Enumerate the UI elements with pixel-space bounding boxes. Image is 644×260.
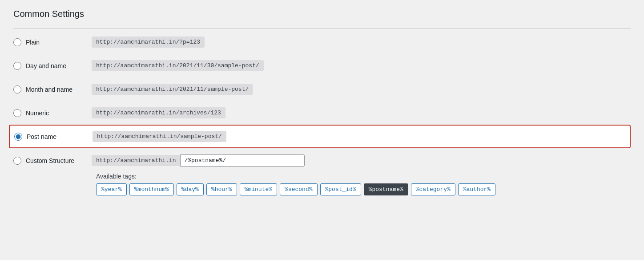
tag-btn-author[interactable]: %author% xyxy=(458,183,495,195)
tag-btn-postname[interactable]: %postname% xyxy=(364,183,408,195)
day-name-url-preview: http://aamchimarathi.in/2021/11/30/sampl… xyxy=(92,60,264,71)
custom-url-group: http://aamchimarathi.in xyxy=(92,154,305,167)
plain-url-preview: http://aamchimarathi.in/?p=123 xyxy=(92,37,205,48)
available-tags-section: Available tags: %year%%monthnum%%day%%ho… xyxy=(96,173,631,195)
numeric-url-preview: http://aamchimarathi.in/archives/123 xyxy=(92,107,225,118)
tag-btn-hour[interactable]: %hour% xyxy=(206,183,237,195)
custom-structure-label-text: Custom Structure xyxy=(26,157,74,164)
tag-btn-category[interactable]: %category% xyxy=(411,183,455,195)
plain-radio[interactable] xyxy=(13,38,21,46)
day-name-row: Day and name http://aamchimarathi.in/202… xyxy=(13,54,631,77)
tag-btn-monthnum[interactable]: %monthnum% xyxy=(129,183,174,195)
numeric-row: Numeric http://aamchimarathi.in/archives… xyxy=(13,101,631,125)
available-tags-label: Available tags: xyxy=(96,173,631,180)
plain-row: Plain http://aamchimarathi.in/?p=123 xyxy=(13,30,631,54)
post-name-label[interactable]: Post name xyxy=(14,133,85,141)
divider-top xyxy=(13,28,631,28)
post-name-label-text: Post name xyxy=(27,133,56,140)
day-name-radio[interactable] xyxy=(13,62,21,70)
custom-url-input[interactable] xyxy=(180,154,305,167)
tag-btn-minute[interactable]: %minute% xyxy=(240,183,277,195)
post-name-row: Post name http://aamchimarathi.in/sample… xyxy=(9,125,631,148)
month-name-row: Month and name http://aamchimarathi.in/2… xyxy=(13,77,631,101)
numeric-label[interactable]: Numeric xyxy=(13,109,85,117)
post-name-url-preview: http://aamchimarathi.in/sample-post/ xyxy=(93,131,226,142)
tag-btn-post_id[interactable]: %post_id% xyxy=(320,183,361,195)
plain-label-text: Plain xyxy=(26,39,40,46)
tags-list: %year%%monthnum%%day%%hour%%minute%%seco… xyxy=(96,183,631,195)
page-title: Common Settings xyxy=(13,9,631,19)
tag-btn-day[interactable]: %day% xyxy=(177,183,204,195)
permalink-settings-section: Plain http://aamchimarathi.in/?p=123 Day… xyxy=(13,30,631,195)
month-name-radio[interactable] xyxy=(13,85,21,93)
day-name-label-text: Day and name xyxy=(26,62,66,69)
numeric-radio[interactable] xyxy=(13,109,21,117)
post-name-radio[interactable] xyxy=(14,133,22,141)
custom-structure-row: Custom Structure http://aamchimarathi.in xyxy=(13,148,631,173)
custom-structure-label[interactable]: Custom Structure xyxy=(13,157,85,165)
custom-radio[interactable] xyxy=(13,157,21,165)
day-name-label[interactable]: Day and name xyxy=(13,62,85,70)
tag-btn-second[interactable]: %second% xyxy=(280,183,317,195)
numeric-label-text: Numeric xyxy=(26,110,49,117)
month-name-url-preview: http://aamchimarathi.in/2021/11/sample-p… xyxy=(92,84,253,95)
month-name-label-text: Month and name xyxy=(26,86,72,93)
month-name-label[interactable]: Month and name xyxy=(13,85,85,93)
tag-btn-year[interactable]: %year% xyxy=(96,183,127,195)
plain-label[interactable]: Plain xyxy=(13,38,85,46)
custom-url-base: http://aamchimarathi.in xyxy=(92,155,180,166)
